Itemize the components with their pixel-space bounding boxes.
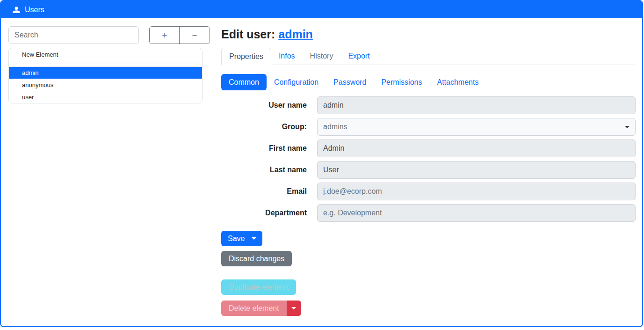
user-list: New Element admin anonymous user xyxy=(8,48,203,103)
form-row-group: Group: admins xyxy=(221,118,636,136)
page-title-prefix: Edit user: xyxy=(221,28,275,41)
subtab-permissions[interactable]: Permissions xyxy=(374,74,429,90)
main-panel: Edit user: admin Properties Infos Histor… xyxy=(210,26,642,316)
duplicate-element-button: Duplicate element xyxy=(221,279,296,295)
list-item-admin[interactable]: admin xyxy=(9,67,202,79)
form-row-username: User name xyxy=(221,96,636,114)
page-title: Edit user: admin xyxy=(221,27,636,41)
list-item-new-element[interactable]: New Element xyxy=(9,48,202,61)
main-tabs: Properties Infos History Export xyxy=(221,48,636,65)
lastname-label: Last name xyxy=(221,166,317,174)
content-area: + − New Element admin anonymous user Edi… xyxy=(1,18,642,316)
sidebar: + − New Element admin anonymous user xyxy=(1,26,210,316)
subtab-password[interactable]: Password xyxy=(326,74,374,90)
group-label: Group: xyxy=(221,123,317,131)
person-icon xyxy=(12,6,21,14)
form-row-email: Email xyxy=(221,183,636,200)
email-label: Email xyxy=(221,187,317,196)
search-input[interactable] xyxy=(8,26,139,44)
list-item-anonymous[interactable]: anonymous xyxy=(9,79,202,91)
delete-element-button: Delete element xyxy=(221,301,287,316)
list-item-user[interactable]: user xyxy=(9,91,202,103)
properties-subtabs: Common Configuration Password Permission… xyxy=(221,74,636,90)
sidebar-toolbar: + − xyxy=(8,26,210,44)
delete-dropdown-toggle[interactable] xyxy=(287,301,301,316)
username-field xyxy=(317,96,636,114)
save-button-label: Save xyxy=(228,234,245,243)
firstname-label: First name xyxy=(221,144,317,153)
tab-infos[interactable]: Infos xyxy=(271,48,303,65)
lastname-field xyxy=(317,161,636,179)
group-select[interactable]: admins xyxy=(317,118,636,136)
app-frame: Users + − New Element admin anonymous us… xyxy=(0,0,643,327)
delete-button-group: Delete element xyxy=(221,301,301,316)
department-label: Department xyxy=(221,209,317,217)
form-row-department: Department xyxy=(221,204,636,222)
department-field xyxy=(317,204,636,222)
tab-history: History xyxy=(303,48,341,65)
top-navbar: Users xyxy=(1,1,642,18)
edited-user-link[interactable]: admin xyxy=(278,28,313,41)
email-field xyxy=(317,183,636,200)
add-element-button[interactable]: + xyxy=(150,27,180,44)
app-title: Users xyxy=(25,6,44,14)
group-select-value: admins xyxy=(323,123,347,131)
form-row-firstname: First name xyxy=(221,139,636,157)
remove-element-button[interactable]: − xyxy=(180,27,210,44)
subtab-common[interactable]: Common xyxy=(221,74,267,90)
firstname-field xyxy=(317,139,636,157)
user-form: User name Group: admins First name Last … xyxy=(221,96,636,316)
form-row-lastname: Last name xyxy=(221,161,636,179)
delete-dropdown-caret-icon xyxy=(291,307,296,309)
tab-export[interactable]: Export xyxy=(340,48,377,65)
save-dropdown-caret-icon[interactable] xyxy=(252,237,256,240)
action-buttons: Save Discard changes Duplicate element D… xyxy=(221,226,636,316)
add-remove-button-group: + − xyxy=(149,26,210,44)
subtab-configuration[interactable]: Configuration xyxy=(267,74,326,90)
save-button[interactable]: Save xyxy=(221,231,262,246)
subtab-attachments[interactable]: Attachments xyxy=(429,74,486,90)
discard-changes-button[interactable]: Discard changes xyxy=(221,251,292,266)
tab-properties[interactable]: Properties xyxy=(221,48,271,65)
chevron-down-icon xyxy=(625,126,630,128)
username-label: User name xyxy=(221,101,317,110)
